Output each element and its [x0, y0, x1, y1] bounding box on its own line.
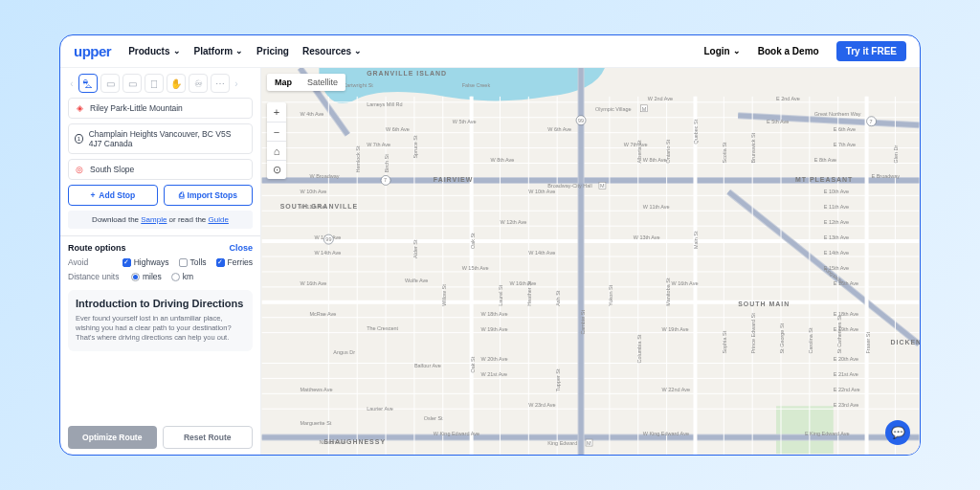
chat-icon: 💬 [891, 426, 905, 439]
vehicle-other-button[interactable]: ⋯ [211, 74, 230, 93]
vehicle-car-button[interactable]: ⛍ [78, 74, 98, 93]
map-type-map[interactable]: Map [267, 74, 300, 91]
svg-text:Oak St: Oak St [470, 233, 476, 249]
import-stops-button[interactable]: ⎙ Import Stops [164, 185, 254, 206]
svg-text:99: 99 [578, 118, 584, 123]
svg-text:7: 7 [384, 177, 387, 183]
book-demo-link[interactable]: Book a Demo [758, 46, 819, 56]
svg-text:E Broadway: E Broadway [872, 173, 901, 179]
units-miles-radio[interactable]: miles [131, 272, 162, 281]
truck-icon: ⎕ [151, 78, 157, 89]
svg-text:E 14th Ave: E 14th Ave [824, 250, 849, 256]
zoom-out-button[interactable]: − [267, 122, 286, 141]
nav-pricing[interactable]: Pricing [256, 46, 289, 56]
svg-text:Laurel St: Laurel St [498, 284, 503, 305]
try-free-button[interactable]: Try it FREE [836, 41, 906, 61]
vehicle-scroll-right[interactable]: › [233, 78, 240, 89]
waypoint-1-input[interactable]: 1 Champlain Heights Vancouver, BC V5S 4J… [68, 123, 253, 154]
svg-text:Cambie St: Cambie St [580, 310, 586, 335]
logo[interactable]: upper [74, 43, 111, 59]
route-options-close[interactable]: Close [229, 243, 253, 253]
svg-text:E 21st Ave: E 21st Ave [834, 371, 858, 377]
nav-platform[interactable]: Platform [194, 46, 244, 56]
nav-resources[interactable]: Resources [302, 46, 362, 56]
waypoint-number-icon: 1 [75, 134, 83, 144]
svg-text:W King Edward Ave: W King Edward Ave [434, 431, 479, 436]
sidebar: ‹ ⛍ ▭ ▭ ⎕ ✋ ♾ ⋯ › ◈ Riley Park-Little Mo… [60, 68, 261, 455]
svg-text:Scotia St: Scotia St [722, 142, 727, 163]
svg-text:Laurier Ave: Laurier Ave [367, 406, 393, 412]
import-stops-label: Import Stops [188, 190, 237, 200]
add-stop-label: Add Stop [99, 190, 135, 200]
start-stop-input[interactable]: ◈ Riley Park-Little Mountain [68, 98, 253, 119]
optimize-route-button[interactable]: Optimize Route [68, 426, 157, 449]
svg-text:Heather St: Heather St [526, 280, 532, 306]
sample-link[interactable]: Sample [141, 215, 167, 224]
zoom-in-button[interactable]: + [267, 102, 286, 122]
vehicle-suv-button[interactable]: ▭ [100, 74, 120, 93]
svg-text:Alder St: Alder St [412, 239, 418, 258]
svg-text:Quebec St: Quebec St [693, 119, 699, 144]
svg-text:King Edward: King Edward [547, 440, 577, 446]
svg-text:W 13th Ave: W 13th Ave [634, 234, 660, 240]
suv-icon: ▭ [106, 78, 115, 89]
guide-link[interactable]: Guide [209, 215, 229, 224]
svg-text:W 10th Ave: W 10th Ave [528, 189, 555, 194]
svg-text:Nanton Ave: Nanton Ave [319, 439, 345, 445]
svg-text:E 20th Ave: E 20th Ave [834, 356, 858, 362]
svg-text:Yukon St: Yukon St [608, 284, 613, 305]
vehicle-walk-button[interactable]: ✋ [167, 74, 186, 93]
svg-text:St Catherines St: St Catherines St [836, 315, 842, 353]
intro-card: Introduction to Driving Directions Ever … [68, 290, 253, 351]
app-window: upper Products Platform Pricing Resource… [59, 34, 921, 456]
vehicle-van-button[interactable]: ▭ [122, 74, 142, 93]
svg-text:W 19th Ave: W 19th Ave [481, 326, 508, 332]
svg-text:Oak St: Oak St [470, 356, 476, 372]
van-icon: ▭ [128, 78, 137, 89]
map-canvas[interactable]: Map Satellite + − ⌂ ⊙ 💬 False Creek GRAN… [261, 68, 920, 455]
svg-text:DICKENS: DICKENS [890, 339, 920, 345]
svg-text:W 4th Ave: W 4th Ave [301, 111, 324, 117]
vehicle-scroll-left[interactable]: ‹ [68, 78, 76, 89]
vehicle-truck-button[interactable]: ⎕ [145, 74, 164, 93]
svg-text:W 23rd Ave: W 23rd Ave [528, 402, 555, 408]
svg-text:W 16th Ave: W 16th Ave [301, 280, 327, 286]
vehicle-type-row: ‹ ⛍ ▭ ▭ ⎕ ✋ ♾ ⋯ › [68, 74, 253, 93]
avoid-tolls-checkbox[interactable]: Tolls [179, 257, 207, 267]
map-type-satellite[interactable]: Satellite [300, 74, 345, 91]
svg-text:W 11th Ave: W 11th Ave [301, 204, 327, 210]
end-stop-input[interactable]: ◎ South Slope [68, 159, 253, 180]
svg-text:Birch St: Birch St [384, 154, 390, 173]
svg-text:W 15th Ave: W 15th Ave [462, 265, 489, 271]
svg-text:W 21st Ave: W 21st Ave [481, 371, 508, 377]
svg-text:Olympic Village: Olympic Village [595, 106, 632, 112]
chat-fab[interactable]: 💬 [885, 420, 910, 445]
svg-text:99: 99 [325, 236, 331, 242]
svg-text:M: M [600, 183, 605, 189]
waypoint-1-text: Champlain Heights Vancouver, BC V5S 4J7 … [89, 129, 246, 148]
avoid-ferries-checkbox[interactable]: Ferries [216, 257, 253, 267]
nav-products[interactable]: Products [128, 46, 180, 56]
svg-text:W 19th Ave: W 19th Ave [662, 326, 689, 332]
units-km-radio[interactable]: km [171, 272, 193, 281]
login-dropdown[interactable]: Login [704, 46, 741, 56]
units-row: Distance units miles km [68, 272, 253, 281]
svg-text:St George St: St George St [779, 323, 785, 353]
end-pin-icon: ◎ [75, 165, 84, 174]
reset-route-button[interactable]: Reset Route [163, 426, 254, 449]
avoid-highways-checkbox[interactable]: Highways [122, 257, 169, 267]
svg-text:W 7th Ave: W 7th Ave [367, 142, 390, 147]
svg-text:W 6th Ave: W 6th Ave [547, 126, 571, 132]
svg-text:W 2nd Ave: W 2nd Ave [648, 96, 673, 101]
svg-text:Angus Dr: Angus Dr [333, 349, 355, 355]
svg-text:Balfour Ave: Balfour Ave [414, 363, 441, 368]
zoom-locate-button[interactable]: ⊙ [267, 160, 286, 179]
svg-text:W 14th Ave: W 14th Ave [314, 250, 341, 256]
svg-text:Great Northern Way: Great Northern Way [814, 111, 861, 117]
svg-text:M: M [642, 106, 647, 112]
zoom-home-button[interactable]: ⌂ [267, 141, 286, 160]
map-type-toggle: Map Satellite [267, 74, 345, 91]
svg-text:Spruce St: Spruce St [412, 135, 418, 158]
add-stop-button[interactable]: + Add Stop [68, 185, 158, 206]
vehicle-bike-button[interactable]: ♾ [189, 74, 208, 93]
